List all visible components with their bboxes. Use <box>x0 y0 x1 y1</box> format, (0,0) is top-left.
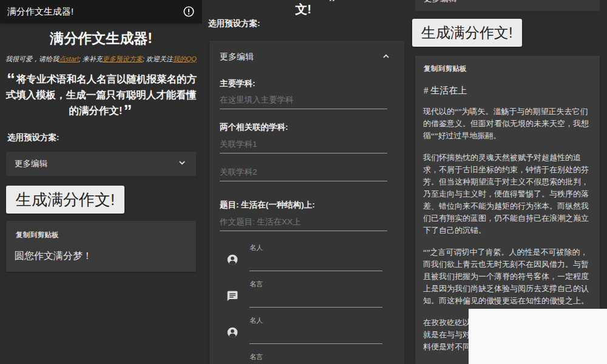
app-bar: 满分作文生成器! <box>0 0 202 23</box>
main-subject-label: 主要学科: <box>220 78 256 89</box>
celebrity-2-input[interactable] <box>249 327 382 344</box>
intro-line: 我很可爱，请给我点star!; 来补充更多预设方案; 欢迎关注我的QQ <box>0 55 202 64</box>
preset-dropdown-value: 更多编辑 <box>15 158 47 169</box>
related-subject-1-input[interactable] <box>220 140 387 153</box>
celebrity-1-input[interactable] <box>249 254 382 271</box>
chevron-down-icon <box>177 157 188 170</box>
close-quote-fragment: ” <box>328 0 336 11</box>
copy-to-clipboard-button[interactable]: 复制到剪贴板 <box>16 231 59 240</box>
tagline-text: 将专业术语和名人名言以随机报菜名的方式填入模板，生成一篇只有聪明人才能看懂的满分… <box>6 73 197 116</box>
essay-paragraph-2: 我们怀揣热忱的灵魂天然被赋予对超越性的追求，不屑于古旧坐标的约束，钟情于在别处的… <box>423 152 592 237</box>
app-bar-title: 满分作文生成器! <box>7 6 73 18</box>
chat-icon <box>226 290 239 305</box>
tagline-fragment-text: 文! <box>295 2 311 16</box>
presets-link[interactable]: 更多预设方案 <box>103 55 143 62</box>
generate-button[interactable]: 生成满分作文! <box>6 186 124 214</box>
result-card: 复制到剪贴板 圆您作文满分梦！ <box>6 221 196 272</box>
preset-scheme-label: 选用预设方案: <box>7 132 59 143</box>
screen-middle: 文! ” 选用预设方案: 更多编辑 主要学科: 两个相关联的学科: 题目: 生活… <box>202 0 405 364</box>
celebrity-1-label: 名人 <box>249 243 263 252</box>
preset-dropdown-value: 更多编辑 <box>424 0 456 4</box>
main-subject-input[interactable] <box>220 95 387 109</box>
generate-button[interactable]: 生成满分作文! <box>412 19 522 47</box>
error-outline-icon[interactable] <box>183 5 195 18</box>
copy-to-clipboard-button[interactable]: 复制到剪贴板 <box>424 64 467 73</box>
preset-dropdown[interactable]: 更多编辑 <box>6 152 196 176</box>
more-edit-panel: 更多编辑 主要学科: 两个相关联的学科: 题目: 生活在(一种结构)上: 名人 <box>209 41 404 364</box>
chevron-down-icon <box>580 0 591 5</box>
screen-left: 满分作文生成器! 满分作文生成器! 我很可爱，请给我点star!; 来补充更多预… <box>0 0 203 364</box>
chevron-up-icon <box>381 51 392 64</box>
close-quote-mark: ” <box>123 101 134 120</box>
panel-header[interactable]: 更多编辑 <box>209 41 404 72</box>
white-overlay-box <box>469 309 607 364</box>
essay-paragraph-1: 现代以的“”为嚆矢。滥觞于与的期望正失去它们的借鉴意义。但面对看似无垠的未来天空… <box>423 106 592 142</box>
essay-heading: # 生活在上 <box>424 85 467 96</box>
result-placeholder-text: 圆您作文满分梦！ <box>15 250 92 263</box>
quote-1-input[interactable] <box>249 291 382 308</box>
page-title: 满分作文生成器! <box>0 29 202 48</box>
screenshot-stage: 满分作文生成器! 满分作文生成器! 我很可爱，请给我点star!; 来补充更多预… <box>0 0 607 364</box>
qq-link[interactable]: 我的QQ <box>173 55 197 62</box>
tagline-quote: “将专业术语和名人名言以随机报菜名的方式填入模板，生成一篇只有聪明人才能看懂的满… <box>2 71 200 118</box>
panel-title: 更多编辑 <box>220 52 254 62</box>
essay-title-input[interactable] <box>220 217 387 231</box>
person-icon <box>226 254 239 268</box>
star-link[interactable]: 点star! <box>59 55 78 62</box>
celebrity-2-label: 名人 <box>249 316 263 325</box>
person-icon <box>226 326 239 341</box>
essay-title-label: 题目: 生活在(一种结构)上: <box>220 200 315 211</box>
related-subject-2-input[interactable] <box>220 167 387 181</box>
tagline-fragment: 文! <box>202 1 404 18</box>
essay-paragraph-3: “”之言可谓切中了肯綮。人的性是不可祓除的，而我们欲上青云也无时无刻不在因风借力… <box>423 246 592 307</box>
open-quote-mark: “ <box>5 70 16 89</box>
intro-text-1: 我很可爱，请给我 <box>5 55 59 62</box>
preset-scheme-label: 选用预设方案: <box>208 18 260 29</box>
quote-1-label: 名言 <box>249 280 263 289</box>
preset-dropdown[interactable]: 更多编辑 <box>415 0 600 11</box>
intro-text-2: ; 来补充 <box>79 55 103 62</box>
quote-2-label: 名言 <box>249 352 263 362</box>
related-subjects-label: 两个相关联的学科: <box>220 122 288 133</box>
intro-text-3: ; 欢迎关注 <box>143 55 173 62</box>
